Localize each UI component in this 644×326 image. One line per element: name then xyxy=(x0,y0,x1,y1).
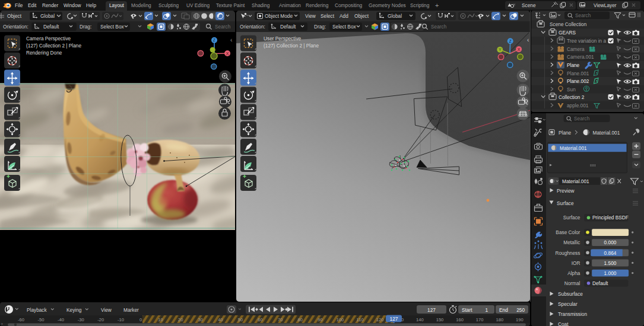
svg-text:120: 120 xyxy=(376,317,384,322)
svg-text:Plane: Plane xyxy=(567,62,580,68)
svg-text:Normal: Normal xyxy=(564,280,580,286)
svg-text:End: End xyxy=(499,307,508,313)
svg-text:170: 170 xyxy=(476,317,484,322)
svg-text:Material.001: Material.001 xyxy=(560,145,587,151)
svg-text:250: 250 xyxy=(516,307,525,313)
svg-text:80: 80 xyxy=(298,317,303,322)
svg-text:Metallic: Metallic xyxy=(563,239,580,245)
svg-text:10: 10 xyxy=(158,317,163,322)
svg-text:View: View xyxy=(101,307,112,313)
svg-text:apple.001: apple.001 xyxy=(567,103,589,108)
svg-text:GEARS: GEARS xyxy=(559,30,576,36)
svg-text:-30: -30 xyxy=(78,317,84,322)
svg-text:1: 1 xyxy=(485,307,488,313)
svg-text:Subsurface: Subsurface xyxy=(558,291,583,297)
svg-text:0.864: 0.864 xyxy=(604,250,617,256)
svg-text:Search: Search xyxy=(575,12,591,18)
svg-text:Plane.001: Plane.001 xyxy=(567,71,589,76)
svg-text:110: 110 xyxy=(357,317,364,322)
svg-text:Z: Z xyxy=(509,39,512,43)
svg-text:Preview: Preview xyxy=(557,188,575,194)
svg-text:1.500: 1.500 xyxy=(604,260,617,266)
svg-text:›: › xyxy=(1,321,3,326)
svg-text:160: 160 xyxy=(456,317,464,322)
svg-text:Sun: Sun xyxy=(567,87,576,92)
svg-text:Coat: Coat xyxy=(558,321,569,326)
svg-text:Camera.001: Camera.001 xyxy=(567,54,594,60)
svg-text:Surface: Surface xyxy=(563,215,580,220)
svg-text:60: 60 xyxy=(258,317,262,322)
svg-text:127: 127 xyxy=(389,316,398,322)
svg-text:Principled BSDF: Principled BSDF xyxy=(592,215,629,220)
svg-text:Y: Y xyxy=(499,47,502,52)
svg-text:-10: -10 xyxy=(118,317,124,322)
svg-text:Z: Z xyxy=(213,38,216,42)
svg-text:Base Color: Base Color xyxy=(556,229,580,235)
svg-text:Plane: Plane xyxy=(559,130,572,136)
svg-text:Roughness: Roughness xyxy=(555,250,580,256)
svg-text:X: X xyxy=(226,52,229,56)
svg-text:IOR: IOR xyxy=(572,260,580,266)
svg-text:Specular: Specular xyxy=(558,301,578,307)
svg-text:Collection 2: Collection 2 xyxy=(559,94,585,100)
svg-text:Transmission: Transmission xyxy=(558,311,587,317)
svg-text:Tree variation in a: Tree variation in a xyxy=(567,38,606,44)
svg-text:20: 20 xyxy=(178,317,183,322)
svg-text:150: 150 xyxy=(436,317,444,322)
svg-text:Playback: Playback xyxy=(27,307,47,313)
svg-text:0: 0 xyxy=(139,317,142,322)
svg-text:-20: -20 xyxy=(97,317,104,322)
svg-text:70: 70 xyxy=(278,317,283,322)
svg-text:Keying: Keying xyxy=(66,307,82,313)
svg-text:Alpha: Alpha xyxy=(567,270,580,276)
svg-text:180: 180 xyxy=(496,317,503,322)
svg-text:Plane.002: Plane.002 xyxy=(567,78,589,84)
svg-text:Material.001: Material.001 xyxy=(593,130,620,136)
svg-text:40: 40 xyxy=(218,317,223,322)
svg-text:Default: Default xyxy=(592,280,608,286)
svg-text:Surface: Surface xyxy=(557,200,574,206)
svg-text:-50: -50 xyxy=(38,317,45,322)
svg-text:Camera: Camera xyxy=(567,46,585,52)
svg-text:30: 30 xyxy=(198,317,203,322)
svg-text:0.000: 0.000 xyxy=(604,239,617,245)
svg-text:90: 90 xyxy=(318,317,322,322)
svg-text:100: 100 xyxy=(337,317,344,322)
svg-text:190: 190 xyxy=(516,317,524,322)
svg-text:-60: -60 xyxy=(18,317,24,322)
svg-text:140: 140 xyxy=(416,317,424,322)
svg-text:Start: Start xyxy=(462,307,472,313)
svg-text:X: X xyxy=(518,47,521,52)
svg-text:-40: -40 xyxy=(58,317,64,322)
svg-text:127: 127 xyxy=(427,307,436,313)
svg-text:50: 50 xyxy=(238,317,243,322)
svg-text:Marker: Marker xyxy=(123,307,139,313)
svg-text:Material.001: Material.001 xyxy=(562,178,589,184)
svg-text:Search: Search xyxy=(574,116,590,122)
svg-text:Scene Collection: Scene Collection xyxy=(550,21,587,27)
svg-text:1.000: 1.000 xyxy=(604,270,617,276)
